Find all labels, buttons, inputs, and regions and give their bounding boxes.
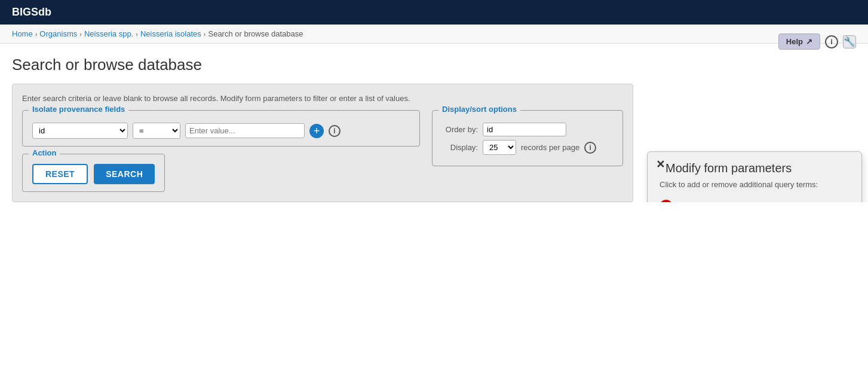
action-legend: Action	[29, 148, 60, 157]
orderby-row: Order by:	[442, 123, 613, 136]
breadcrumb-sep-1: ›	[35, 31, 38, 38]
page-title: Search or browse database	[12, 56, 856, 74]
action-buttons: RESET SEARCH	[32, 164, 155, 184]
field-select[interactable]: id sender curator datestamp date_entered	[32, 123, 128, 139]
app-title-bar: BIGSdb	[0, 0, 868, 25]
display-info-icon[interactable]: i	[584, 142, 596, 154]
breadcrumb-current: Search or browse database	[208, 29, 303, 38]
page-content: Search or browse database Enter search c…	[0, 44, 868, 202]
display-label: Display:	[442, 143, 478, 152]
action-section: Action RESET SEARCH	[22, 154, 165, 192]
breadcrumb: Home › Organisms › Neisseria spp. › Neis…	[0, 25, 868, 44]
provenance-label: Provenance fields	[679, 202, 745, 202]
breadcrumb-sep-3: ›	[136, 31, 138, 38]
search-panel: Enter search criteria or leave blank to …	[12, 84, 633, 202]
search-button[interactable]: SEARCH	[94, 164, 155, 184]
operator-select[interactable]: = != < > contains starts with	[133, 123, 180, 139]
isolate-legend-fs: Isolate provenance fields	[29, 105, 128, 114]
breadcrumb-neisseria-spp[interactable]: Neisseria spp.	[84, 29, 133, 38]
orderby-label: Order by:	[442, 125, 478, 134]
breadcrumb-neisseria-isolates[interactable]: Neisseria isolates	[140, 29, 201, 38]
app-title: BIGSdb	[12, 6, 51, 18]
records-per-page-text: records per page	[521, 143, 579, 152]
panel-title: Modify form parameters	[665, 161, 849, 175]
isolate-section: Isolate provenance fields Isolate proven…	[22, 110, 420, 147]
minus-provenance-button[interactable]: −	[660, 200, 673, 202]
display-select[interactable]: 10 25 50 100 200	[483, 140, 516, 155]
add-field-button[interactable]: +	[309, 124, 324, 138]
left-fields: Isolate provenance fields Isolate proven…	[22, 110, 420, 192]
breadcrumb-home[interactable]: Home	[12, 29, 33, 38]
display-section: Display/sort options Order by: Display: …	[432, 110, 623, 166]
display-legend: Display/sort options	[438, 105, 520, 114]
reset-button[interactable]: RESET	[32, 164, 88, 184]
close-button[interactable]: ✕	[656, 158, 665, 171]
field-info-icon[interactable]: i	[329, 125, 341, 137]
breadcrumb-organisms[interactable]: Organisms	[39, 29, 77, 38]
display-row: Display: 10 25 50 100 200 records per pa…	[442, 140, 613, 155]
orderby-input[interactable]	[483, 123, 566, 136]
modify-item-provenance: − Provenance fields	[660, 197, 849, 202]
search-main-row: Isolate provenance fields Isolate proven…	[22, 110, 623, 192]
breadcrumb-sep-2: ›	[79, 31, 82, 38]
breadcrumb-sep-4: ›	[204, 31, 206, 38]
modify-panel: ✕ Modify form parameters Click to add or…	[647, 151, 862, 202]
isolate-field-row: id sender curator datestamp date_entered…	[32, 123, 410, 139]
panel-subtitle: Click to add or remove additional query …	[660, 180, 849, 189]
right-fields: Display/sort options Order by: Display: …	[432, 110, 623, 166]
value-input[interactable]	[185, 123, 305, 138]
hint-text: Enter search criteria or leave blank to …	[22, 94, 623, 103]
